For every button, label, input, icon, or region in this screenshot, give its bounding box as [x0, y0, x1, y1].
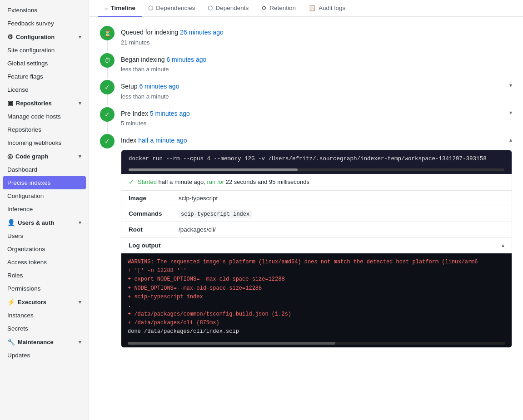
sidebar-section-users-auth[interactable]: 👤 Users & auth ▾: [0, 216, 89, 229]
log-line-3: + export NODE_OPTIONS=--max-old-space-si…: [128, 275, 505, 284]
commands-row: Commands scip-typescript index: [121, 206, 512, 222]
tab-dependencies[interactable]: ⬡ Dependencies: [142, 0, 201, 17]
started-check-icon: ✓: [129, 178, 134, 186]
scrollbar-track: [129, 168, 504, 171]
log-scrollbar-track: [128, 342, 505, 345]
index-info-table: Image scip-typescript Commands scip-type…: [121, 191, 512, 237]
log-output-title: Log output: [129, 242, 160, 249]
image-row: Image scip-typescript: [121, 191, 512, 206]
timeline-title-indexing: Began indexing 6 minutes ago: [121, 53, 512, 64]
index-success-icon: ✓: [100, 134, 115, 148]
sidebar-section-configuration[interactable]: ⚙ Configuration ▾: [0, 30, 89, 44]
sidebar-item-feature-flags[interactable]: Feature flags: [0, 70, 89, 83]
dependencies-icon: ⬡: [148, 5, 153, 11]
command-scrollbar[interactable]: [121, 168, 512, 174]
image-label: Image: [121, 191, 171, 206]
sidebar-item-precise-indexes[interactable]: Precise indexes: [3, 176, 86, 189]
timeline-connector: ⏳: [100, 26, 115, 51]
sidebar-item-secrets[interactable]: Secrets: [0, 322, 89, 335]
chevron-icon: ▾: [79, 100, 81, 106]
sidebar-item-repositories[interactable]: Repositories: [0, 123, 89, 136]
tabs-bar: ≡ Timeline ⬡ Dependencies ⬡ Dependents ♻…: [89, 0, 523, 17]
sidebar-item-inference[interactable]: Inference: [0, 203, 89, 216]
dependents-icon: ⬡: [208, 5, 213, 11]
queued-time[interactable]: 26 minutes ago: [180, 29, 224, 36]
root-label: Root: [121, 222, 171, 237]
sidebar-item-license[interactable]: License: [0, 83, 89, 96]
log-line-1: WARNING: The requested image's platform …: [128, 258, 505, 267]
timeline-line: [107, 122, 108, 133]
timeline-line: [107, 94, 108, 105]
sidebar-item-updates[interactable]: Updates: [0, 349, 89, 362]
retention-icon: ♻: [261, 5, 267, 11]
sidebar-item-organizations[interactable]: Organizations: [0, 242, 89, 256]
chevron-icon: ▾: [79, 220, 81, 226]
timeline-connector: ✓: [100, 80, 115, 105]
pre-index-expand-chevron[interactable]: ▾: [509, 109, 512, 116]
tab-audit-logs[interactable]: 📋 Audit logs: [302, 0, 352, 17]
timeline-connector: ✓: [100, 134, 115, 148]
sidebar-section-maintenance[interactable]: 🔧 Maintenance ▾: [0, 335, 89, 349]
code-graph-icon: ◎: [7, 153, 13, 160]
sidebar-item-feedback-survey[interactable]: Feedback survey: [0, 17, 89, 30]
timeline-line: [107, 68, 108, 79]
chevron-icon: ▾: [79, 299, 81, 305]
timeline-title-queued: Queued for indexing 26 minutes ago: [121, 26, 512, 37]
sidebar-item-global-settings[interactable]: Global settings: [0, 57, 89, 70]
sidebar-item-configuration[interactable]: Configuration: [0, 189, 89, 203]
timeline-item-queued: ⏳ Queued for indexing 26 minutes ago 21 …: [100, 26, 512, 53]
root-value: /packages/cli/: [171, 222, 512, 237]
log-line-6: .: [128, 301, 505, 310]
setup-time[interactable]: 6 minutes ago: [139, 83, 179, 90]
sidebar-item-users[interactable]: Users: [0, 229, 89, 242]
timeline-item-began-indexing: ⏱ Began indexing 6 minutes ago less than…: [100, 53, 512, 80]
timeline-item-setup: ✓ Setup 6 minutes ago ▾ less than a minu…: [100, 80, 512, 107]
sidebar-item-roles[interactable]: Roles: [0, 269, 89, 282]
log-scrollbar[interactable]: [121, 341, 512, 347]
setup-expand-chevron[interactable]: ▾: [509, 82, 512, 89]
log-line-8: + /data/packages/cli (875ms): [128, 319, 505, 327]
index-time[interactable]: half a minute ago: [138, 137, 187, 144]
sidebar-item-instances[interactable]: Instances: [0, 309, 89, 322]
tab-dependents[interactable]: ⬡ Dependents: [201, 0, 255, 17]
indexing-icon: ⏱: [100, 53, 115, 68]
index-expanded: docker run --rm --cpus 4 --memory 12G -v…: [121, 150, 512, 348]
sidebar-item-dashboard[interactable]: Dashboard: [0, 163, 89, 176]
sidebar-section-repositories[interactable]: ▣ Repositories ▾: [0, 96, 89, 110]
sidebar-item-extensions[interactable]: Extensions: [0, 4, 89, 17]
timeline-title-setup: Setup 6 minutes ago: [121, 80, 179, 91]
commands-label: Commands: [121, 206, 171, 222]
log-output-chevron[interactable]: ▴: [502, 242, 504, 248]
pre-index-time[interactable]: 5 minutes ago: [150, 110, 190, 117]
sidebar-item-access-tokens[interactable]: Access tokens: [0, 256, 89, 269]
root-row: Root /packages/cli/: [121, 222, 512, 237]
pre-index-success-icon: ✓: [100, 107, 115, 122]
queued-duration: 21 minutes: [121, 39, 512, 46]
sidebar-item-permissions[interactable]: Permissions: [0, 282, 89, 295]
log-line-5: + scip-typescript index: [128, 293, 505, 301]
started-line: ✓ Started half a minute ago, ran for 22 …: [121, 174, 512, 191]
timeline-item-index: ✓ Index half a minute ago ▴ docker run -…: [100, 134, 512, 356]
log-line-9: done /data/packages/cli/index.scip: [128, 327, 505, 336]
tab-timeline[interactable]: ≡ Timeline: [98, 0, 142, 17]
timeline-title-pre-index: Pre Index 5 minutes ago: [121, 107, 190, 119]
sidebar: Extensions Feedback survey ⚙ Configurati…: [0, 0, 89, 420]
tab-retention[interactable]: ♻ Retention: [255, 0, 302, 17]
setup-success-icon: ✓: [100, 80, 115, 94]
sidebar-item-manage-code-hosts[interactable]: Manage code hosts: [0, 110, 89, 123]
scrollbar-thumb: [129, 168, 298, 171]
timeline-connector: ✓: [100, 107, 115, 133]
command-line: docker run --rm --cpus 4 --memory 12G -v…: [121, 150, 512, 168]
pre-index-duration: 5 minutes: [121, 120, 512, 127]
sidebar-section-code-graph[interactable]: ◎ Code graph ▾: [0, 149, 89, 163]
sidebar-item-site-configuration[interactable]: Site configuration: [0, 44, 89, 57]
log-output-header[interactable]: Log output ▴: [121, 237, 512, 253]
timeline-body-indexing: Began indexing 6 minutes ago less than a…: [121, 53, 512, 80]
image-value: scip-typescript: [171, 191, 512, 206]
index-collapse-chevron[interactable]: ▴: [509, 137, 512, 143]
indexing-time[interactable]: 6 minutes ago: [166, 56, 206, 63]
timeline-icon: ≡: [105, 5, 108, 11]
sidebar-item-incoming-webhooks[interactable]: Incoming webhooks: [0, 136, 89, 149]
sidebar-section-executors[interactable]: ⚡ Executors ▾: [0, 295, 89, 309]
timeline-item-pre-index: ✓ Pre Index 5 minutes ago ▾ 5 minutes: [100, 107, 512, 134]
